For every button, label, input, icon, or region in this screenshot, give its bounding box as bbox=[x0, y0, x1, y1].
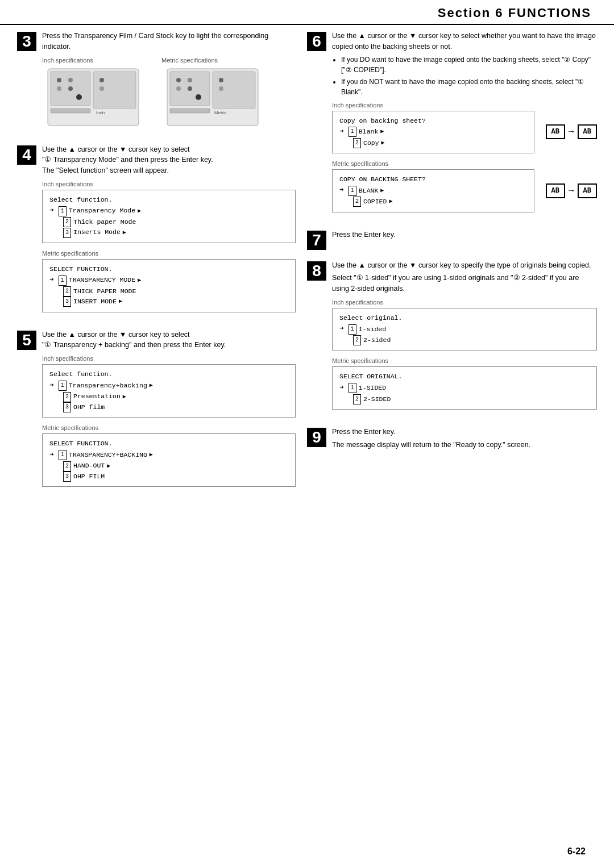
svg-point-15 bbox=[176, 86, 181, 91]
svg-point-16 bbox=[188, 78, 192, 82]
step-8-metric-spec: Metric specifications SELECT ORIGINAL. ➔… bbox=[332, 357, 597, 410]
svg-point-2 bbox=[57, 78, 61, 82]
step-8-text: Use the ▲ cursor or the ▼ cursor key to … bbox=[332, 260, 597, 294]
svg-text:Inch: Inch bbox=[96, 110, 105, 115]
svg-point-6 bbox=[76, 94, 82, 100]
step-4-metric-screen: SELECT FUNCTION. ➔ 1 TRANSPARENCY MODE ▶ bbox=[42, 259, 296, 312]
step-8-content: Use the ▲ cursor or the ▼ cursor key to … bbox=[332, 260, 597, 416]
step-4-block: 4 Use the ▲ cursor or the ▼ cursor key t… bbox=[17, 144, 296, 319]
step-5-metric-screen: SELECT FUNCTION. ➔ 1 TRANSPARENCY+BACKIN… bbox=[42, 433, 296, 487]
step-4-metric-label: Metric specifications bbox=[42, 250, 296, 257]
step-4-text: Use the ▲ cursor or the ▼ cursor key to … bbox=[42, 144, 296, 176]
step-6-inch-ab: AB → AB bbox=[546, 124, 597, 139]
step-9-content: Press the Enter key. The message display… bbox=[332, 427, 597, 455]
svg-point-4 bbox=[68, 78, 73, 82]
step-9-number: 9 bbox=[307, 428, 326, 447]
step-7-number: 7 bbox=[307, 231, 326, 250]
step-8-inch-screen: Select original. ➔ 1 1-sided 2 2-sided bbox=[332, 308, 597, 351]
step-4-content: Use the ▲ cursor or the ▼ cursor key to … bbox=[42, 144, 296, 319]
header: Section 6 FUNCTIONS bbox=[0, 0, 614, 25]
step-9-text: Press the Enter key. The message display… bbox=[332, 427, 597, 450]
copier-inch-svg: Inch bbox=[42, 66, 144, 128]
step-6-text: Use the ▲ cursor or the ▼ cursor key to … bbox=[332, 31, 597, 97]
step-6-content: Use the ▲ cursor or the ▼ cursor key to … bbox=[332, 31, 597, 219]
ab-metric-right: AB bbox=[578, 183, 597, 198]
step-6-inch-screen: Copy on backing sheet? ➔ 1 Blank ▶ bbox=[332, 111, 534, 154]
step-5-number: 5 bbox=[17, 331, 36, 350]
svg-rect-7 bbox=[51, 108, 90, 113]
step-8-inch-label: Inch specifications bbox=[332, 299, 597, 306]
step-6-metric-screen-row: COPY ON BACKING SHEET? ➔ 1 BLANK ▶ bbox=[332, 169, 597, 212]
step-6-inch-label: Inch specifications bbox=[332, 102, 597, 108]
step-5-inch-spec: Inch specifications Select function. ➔ 1… bbox=[42, 355, 296, 418]
step-8-metric-label: Metric specifications bbox=[332, 357, 597, 364]
main-content: 3 Press the Transparency Film / Card Sto… bbox=[0, 31, 614, 504]
step-5-text: Use the ▲ cursor or the ▼ cursor key to … bbox=[42, 329, 296, 351]
step-6-inch-spec: Inch specifications Copy on backing shee… bbox=[332, 102, 597, 154]
step-3-number: 3 bbox=[17, 32, 36, 51]
ab-right: AB bbox=[578, 124, 597, 139]
header-title: Section 6 FUNCTIONS bbox=[438, 6, 591, 20]
svg-point-17 bbox=[188, 86, 192, 91]
left-column: 3 Press the Transparency Film / Card Sto… bbox=[17, 31, 296, 504]
step-4-inch-spec: Inch specifications Select function. ➔ 1… bbox=[42, 181, 296, 243]
step-6-metric-screen: COPY ON BACKING SHEET? ➔ 1 BLANK ▶ bbox=[332, 169, 534, 212]
step-4-metric-spec: Metric specifications SELECT FUNCTION. ➔… bbox=[42, 250, 296, 312]
step-7-content: Press the Enter key. bbox=[332, 229, 597, 245]
ab-metric-left: AB bbox=[546, 183, 565, 198]
step-8-inch-spec: Inch specifications Select original. ➔ 1… bbox=[332, 299, 597, 351]
step-6-metric-spec: Metric specifications COPY ON BACKING SH… bbox=[332, 160, 597, 212]
step-3-content: Press the Transparency Film / Card Stock… bbox=[42, 31, 296, 134]
step-5-block: 5 Use the ▲ cursor or the ▼ cursor key t… bbox=[17, 329, 296, 494]
svg-point-3 bbox=[57, 86, 61, 91]
step-4-number: 4 bbox=[17, 145, 36, 165]
step-3-copier-metric: Metric specifications bbox=[161, 57, 264, 128]
svg-point-10 bbox=[99, 86, 104, 91]
right-column: 6 Use the ▲ cursor or the ▼ cursor key t… bbox=[307, 31, 597, 504]
page: Section 6 FUNCTIONS 3 Press the Transpar… bbox=[0, 0, 614, 868]
step-3-block: 3 Press the Transparency Film / Card Sto… bbox=[17, 31, 296, 134]
step-6-metric-label: Metric specifications bbox=[332, 160, 597, 167]
step-5-inch-label: Inch specifications bbox=[42, 355, 296, 362]
step-4-inch-label: Inch specifications bbox=[42, 181, 296, 187]
svg-point-18 bbox=[196, 94, 201, 100]
step-8-metric-screen: SELECT ORIGINAL. ➔ 1 1-SIDED 2 2-SIDED bbox=[332, 366, 597, 410]
step-3-copier-inch: Inch specifications bbox=[42, 57, 144, 128]
step-7-text: Press the Enter key. bbox=[332, 229, 597, 240]
page-number: 6-22 bbox=[567, 846, 586, 857]
svg-rect-20 bbox=[213, 72, 255, 108]
svg-rect-8 bbox=[93, 72, 136, 108]
svg-text:Metric: Metric bbox=[214, 110, 227, 115]
step-6-number: 6 bbox=[307, 32, 326, 51]
svg-point-22 bbox=[219, 86, 223, 91]
svg-point-9 bbox=[99, 78, 104, 82]
copier-metric-svg: Metric bbox=[161, 66, 264, 128]
step-4-inch-screen: Select function. ➔ 1 Transparency Mode ▶ bbox=[42, 190, 296, 243]
step-3-inch-label: Inch specifications bbox=[42, 57, 93, 64]
step-5-metric-spec: Metric specifications SELECT FUNCTION. ➔… bbox=[42, 424, 296, 487]
svg-point-21 bbox=[219, 78, 223, 82]
step-3-text: Press the Transparency Film / Card Stock… bbox=[42, 31, 296, 52]
svg-point-14 bbox=[176, 78, 181, 82]
step-6-metric-ab: AB → AB bbox=[546, 183, 597, 198]
svg-point-5 bbox=[68, 86, 73, 91]
step-5-metric-label: Metric specifications bbox=[42, 424, 296, 431]
step-3-copier-pair: Inch specifications bbox=[42, 57, 296, 128]
ab-left: AB bbox=[546, 124, 565, 139]
step-6-inch-screen-row: Copy on backing sheet? ➔ 1 Blank ▶ bbox=[332, 111, 597, 154]
step-5-inch-screen: Select function. ➔ 1 Transparency+backin… bbox=[42, 364, 296, 418]
step-3-metric-label: Metric specifications bbox=[161, 57, 218, 64]
step-7-block: 7 Press the Enter key. bbox=[307, 229, 597, 250]
svg-rect-19 bbox=[170, 108, 210, 113]
step-8-number: 8 bbox=[307, 261, 326, 281]
step-5-content: Use the ▲ cursor or the ▼ cursor key to … bbox=[42, 329, 296, 494]
step-9-block: 9 Press the Enter key. The message displ… bbox=[307, 427, 597, 455]
step-6-block: 6 Use the ▲ cursor or the ▼ cursor key t… bbox=[307, 31, 597, 219]
step-8-block: 8 Use the ▲ cursor or the ▼ cursor key t… bbox=[307, 260, 597, 416]
